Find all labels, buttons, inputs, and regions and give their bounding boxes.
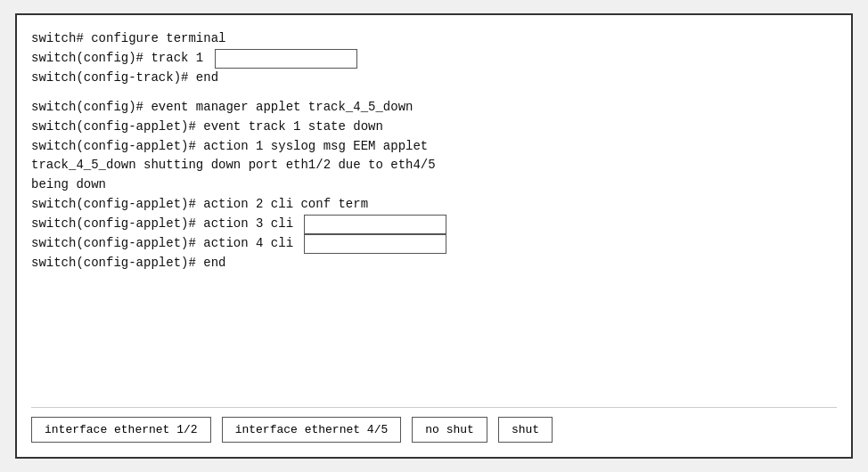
terminal-line-11: switch(config-applet)# end [31,254,837,273]
line-text-11: switch(config-applet)# end [31,254,225,273]
terminal-line-2: switch(config)# track 1 [31,49,837,69]
line-text-8: switch(config-applet)# action 2 cli conf… [31,195,368,215]
button-interface-eth45[interactable]: interface ethernet 4/5 [222,417,402,443]
terminal-line-5: switch(config)# event manager applet tra… [31,98,837,118]
terminal-line-3: switch(config-track)# end [31,69,837,88]
terminal-line-7b: track_4_5_down shutting down port eth1/2… [31,156,837,175]
spacer-1 [31,87,837,98]
terminal-line-10: switch(config-applet)# action 4 cli [31,234,837,254]
terminal-line-7c: being down [31,175,837,195]
track1-input-box[interactable] [215,49,357,69]
terminal-line-9: switch(config-applet)# action 3 cli [31,215,837,234]
line-text-10: switch(config-applet)# action 4 cli [31,234,300,254]
action3-input-box[interactable] [304,215,446,234]
action4-input-box[interactable] [304,234,446,254]
line-text-2: switch(config)# track 1 [31,49,211,69]
terminal-line-6: switch(config-applet)# event track 1 sta… [31,118,837,137]
terminal-line-8: switch(config-applet)# action 2 cli conf… [31,195,837,215]
terminal-area: switch# configure terminal switch(config… [31,29,837,393]
line-text-7: switch(config-applet)# action 1 syslog m… [31,137,428,157]
button-shut[interactable]: shut [498,417,553,443]
line-text-3: switch(config-track)# end [31,69,218,88]
line-text-5: switch(config)# event manager applet tra… [31,98,413,118]
buttons-row: interface ethernet 1/2 interface etherne… [31,407,837,443]
terminal-line-1: switch# configure terminal [31,29,837,49]
button-no-shut[interactable]: no shut [412,417,487,443]
line-text-1: switch# configure terminal [31,29,225,49]
terminal-line-7: switch(config-applet)# action 1 syslog m… [31,137,837,157]
line-text-7b: track_4_5_down shutting down port eth1/2… [31,156,436,175]
button-interface-eth12[interactable]: interface ethernet 1/2 [31,417,211,443]
line-text-6: switch(config-applet)# event track 1 sta… [31,118,383,137]
line-text-9: switch(config-applet)# action 3 cli [31,215,300,234]
line-text-7c: being down [31,175,106,195]
main-container: switch# configure terminal switch(config… [15,13,853,459]
